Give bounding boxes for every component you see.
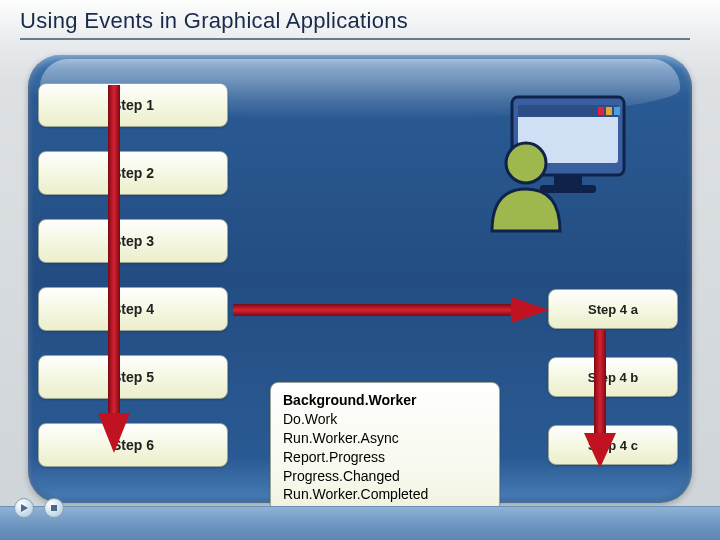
stop-icon bbox=[49, 503, 59, 513]
arrow-right bbox=[233, 295, 553, 325]
step-2-box: Step 2 bbox=[38, 151, 228, 195]
svg-rect-2 bbox=[233, 304, 513, 316]
svg-rect-12 bbox=[554, 175, 582, 185]
svg-rect-13 bbox=[540, 185, 596, 193]
backgroundworker-line: Run.Worker.Async bbox=[283, 429, 487, 448]
user-monitor-icon bbox=[462, 93, 632, 233]
step-4a-box: Step 4 a bbox=[548, 289, 678, 329]
footer-bar bbox=[0, 506, 720, 540]
page-title: Using Events in Graphical Applications bbox=[20, 8, 690, 40]
nav-controls bbox=[14, 498, 64, 518]
svg-rect-9 bbox=[598, 107, 604, 115]
content-panel: Step 1 Step 2 Step 3 Step 4 Step 5 Step … bbox=[28, 55, 692, 503]
step-5-box: Step 5 bbox=[38, 355, 228, 399]
svg-point-14 bbox=[506, 143, 546, 183]
arrow-down-left bbox=[94, 85, 134, 455]
svg-rect-11 bbox=[614, 107, 620, 115]
backgroundworker-title: Background.Worker bbox=[283, 391, 487, 410]
stop-button[interactable] bbox=[44, 498, 64, 518]
backgroundworker-line: Run.Worker.Completed bbox=[283, 485, 487, 504]
step-4c-box: Step 4 c bbox=[548, 425, 678, 465]
step-4-box: Step 4 bbox=[38, 287, 228, 331]
step-4b-box: Step 4 b bbox=[548, 357, 678, 397]
svg-rect-16 bbox=[51, 505, 57, 511]
play-button[interactable] bbox=[14, 498, 34, 518]
svg-marker-15 bbox=[21, 504, 28, 512]
svg-marker-3 bbox=[511, 297, 549, 323]
step-1-box: Step 1 bbox=[38, 83, 228, 127]
backgroundworker-line: Do.Work bbox=[283, 410, 487, 429]
backgroundworker-line: Progress.Changed bbox=[283, 467, 487, 486]
backgroundworker-line: Report.Progress bbox=[283, 448, 487, 467]
step-6-box: Step 6 bbox=[38, 423, 228, 467]
step-3-box: Step 3 bbox=[38, 219, 228, 263]
svg-rect-10 bbox=[606, 107, 612, 115]
play-icon bbox=[19, 503, 29, 513]
